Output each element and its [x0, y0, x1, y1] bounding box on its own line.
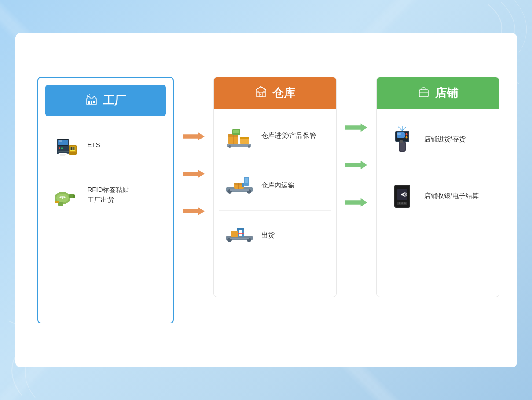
svg-rect-81: [400, 140, 403, 143]
arrow-green-1: [345, 121, 367, 134]
svg-rect-66: [231, 231, 238, 237]
svg-point-92: [404, 202, 406, 204]
warehouse-icon: [255, 85, 267, 100]
svg-point-88: [401, 193, 403, 195]
factory-item-rfid: RFID标签粘贴工厂出货: [45, 170, 166, 220]
store-header: 店铺: [377, 77, 499, 109]
store-checkout-label: 店铺收银/电子结算: [424, 191, 479, 201]
svg-point-30: [62, 197, 63, 199]
svg-rect-43: [240, 137, 249, 139]
svg-rect-2: [91, 101, 92, 104]
arrow-1: [183, 130, 205, 143]
svg-rect-58: [242, 183, 244, 187]
svg-rect-37: [257, 91, 259, 93]
factory-items: ETS: [38, 116, 173, 224]
svg-rect-12: [58, 151, 69, 152]
warehouse-item-out: 出货: [219, 211, 331, 260]
warehouse-items: 仓库进货/产品保管: [214, 109, 336, 263]
factory-to-warehouse-arrows: [174, 77, 213, 218]
svg-point-79: [405, 133, 407, 135]
warehouse-title: 仓库: [272, 85, 295, 101]
svg-rect-1: [88, 101, 90, 104]
warehouse-item-transport: 仓库内运输: [219, 161, 331, 211]
arrow-3: [183, 205, 205, 218]
factory-icon: [85, 93, 98, 108]
svg-rect-31: [55, 201, 59, 203]
svg-point-80: [405, 136, 407, 138]
svg-point-47: [228, 145, 231, 148]
svg-rect-45: [233, 130, 239, 133]
svg-point-10: [59, 147, 60, 149]
svg-rect-29: [58, 202, 63, 206]
ets-label: ETS: [88, 140, 100, 150]
arrow-2: [183, 167, 205, 180]
svg-point-36: [260, 94, 261, 95]
store-items: 店铺进货/存货: [377, 109, 499, 227]
rfid-label: RFID标签粘贴工厂出货: [88, 185, 129, 205]
svg-rect-71: [419, 90, 428, 97]
warehouse-transport-label: 仓库内运输: [261, 180, 294, 191]
svg-marker-34: [183, 207, 205, 215]
svg-rect-78: [397, 133, 401, 135]
svg-marker-69: [345, 161, 367, 169]
handheld-scanner-image: [386, 124, 418, 155]
warehouse-in-label: 仓库进货/产品保管: [261, 131, 316, 141]
warehouse-item-in: 仓库进货/产品保管: [219, 111, 331, 161]
svg-rect-14: [59, 153, 67, 157]
warehouse-out-label: 出货: [261, 230, 275, 240]
ets-image: [50, 129, 81, 161]
store-item-checkout: 店铺收银/电子结算: [382, 168, 494, 224]
arrow-green-2: [345, 158, 367, 172]
svg-rect-38: [263, 91, 265, 93]
content-layout: 工厂: [37, 77, 495, 323]
main-card: 工厂: [15, 33, 517, 367]
svg-rect-57: [245, 178, 248, 183]
svg-marker-32: [183, 132, 205, 140]
svg-rect-52: [230, 189, 249, 191]
svg-rect-3: [93, 101, 95, 103]
svg-marker-68: [345, 123, 367, 132]
payment-terminal-image: [386, 180, 418, 212]
svg-point-48: [248, 145, 250, 148]
svg-point-91: [401, 202, 403, 204]
warehouse-header: 仓库: [214, 77, 336, 109]
rfid-image: [50, 179, 81, 211]
svg-point-11: [61, 147, 63, 149]
factory-item-ets: ETS: [45, 121, 166, 170]
store-title: 店铺: [435, 85, 458, 101]
store-in-label: 店铺进货/存货: [424, 134, 466, 144]
conveyor-image: [224, 170, 255, 202]
factory-title: 工厂: [103, 93, 126, 108]
svg-rect-9: [59, 140, 62, 142]
svg-marker-33: [183, 169, 205, 178]
svg-rect-64: [237, 228, 244, 230]
scanner-belt-image: [224, 220, 255, 251]
svg-point-90: [399, 202, 400, 204]
factory-column: 工厂: [37, 77, 174, 323]
store-column: 店铺: [376, 77, 499, 297]
warehouse-column: 仓库: [213, 77, 337, 297]
svg-rect-74: [400, 142, 405, 151]
arrow-green-3: [345, 196, 367, 209]
warehouse-to-store-arrows: [337, 77, 376, 209]
boxes-image: [224, 120, 255, 152]
store-icon: [418, 85, 430, 100]
svg-line-84: [402, 127, 406, 131]
svg-rect-28: [73, 195, 75, 198]
factory-header: 工厂: [45, 85, 166, 116]
store-item-in: 店铺进货/存货: [382, 111, 494, 168]
svg-line-82: [398, 127, 402, 131]
svg-marker-70: [345, 198, 367, 206]
